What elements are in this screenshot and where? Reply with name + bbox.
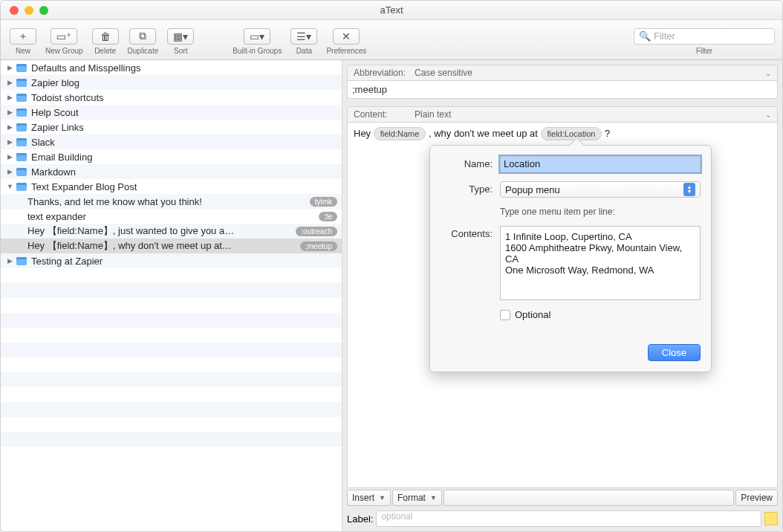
sort-icon: ▦▾: [173, 30, 188, 42]
popover-name-input[interactable]: Location: [500, 156, 701, 172]
abbr-badge: tylmk: [310, 197, 337, 207]
disclosure-triangle-icon: ▶: [7, 94, 13, 101]
popover-contents-textarea[interactable]: 1 Infinite Loop, Cupertino, CA 1600 Amph…: [500, 226, 701, 300]
popover-close-button[interactable]: Close: [648, 344, 701, 361]
list-item[interactable]: [1, 313, 342, 328]
content-mode: Plain text: [415, 109, 765, 120]
field-name-chip[interactable]: field:Name: [374, 127, 426, 140]
list-item[interactable]: ▶Todoist shortcuts: [1, 90, 342, 105]
stepper-icon: ▲▼: [683, 183, 695, 196]
list-item[interactable]: ▶Testing at Zapier: [1, 253, 342, 268]
window-title: aText: [1, 4, 782, 16]
list-item[interactable]: [1, 268, 342, 283]
folder-icon: [16, 257, 27, 265]
chevron-down-icon: ⌄: [765, 111, 771, 119]
abbrev-label: Abbreviation:: [354, 68, 415, 78]
new-group-label: New Group: [45, 47, 83, 55]
content-editor[interactable]: Hey field:Name , why don't we meet up at…: [347, 123, 778, 488]
list-item[interactable]: ▶Zapier blog: [1, 75, 342, 90]
disclosure-triangle-icon: ▶: [7, 258, 13, 265]
abbreviation-header[interactable]: Abbreviation: Case sensitive ⌄: [347, 65, 778, 81]
prefs-label: Preferences: [326, 47, 366, 55]
abbreviation-input[interactable]: ;meetup: [347, 81, 778, 99]
list-item[interactable]: [1, 432, 342, 447]
delete-button[interactable]: 🗑: [92, 28, 119, 45]
builtin-groups-button[interactable]: ▭▾: [244, 28, 270, 45]
format-menu[interactable]: Format▼: [392, 490, 442, 506]
insert-menu[interactable]: Insert▼: [347, 490, 391, 506]
list-item[interactable]: Hey 【field:Name】, just wanted to give yo…: [1, 224, 342, 239]
content-text-post: ?: [605, 128, 610, 139]
content-text-mid: , why don't we meet up at: [429, 128, 541, 139]
duplicate-icon: ⧉: [139, 30, 146, 42]
preferences-button[interactable]: ✕: [333, 28, 360, 45]
list-item[interactable]: ▼Text Expander Blog Post: [1, 179, 342, 194]
list-item[interactable]: Thanks, and let me know what you think!t…: [1, 194, 342, 209]
duplicate-button[interactable]: ⧉: [129, 28, 156, 45]
detail-pane: Abbreviation: Case sensitive ⌄ ;meetup C…: [342, 60, 782, 531]
folder-icon: [16, 123, 27, 132]
field-popover: Name: Location Type: Popup menu▲▼ Type o…: [429, 145, 712, 372]
folder-icon: [16, 79, 27, 87]
new-group-button[interactable]: ▭⁺: [51, 28, 77, 45]
filter-input[interactable]: 🔍Filter: [634, 28, 775, 45]
content-header[interactable]: Content: Plain text ⌄: [347, 106, 778, 123]
abbr-badge: ;outreach: [296, 227, 337, 236]
list-icon: ☰▾: [296, 30, 311, 42]
sidebar[interactable]: ▶Defaults and Misspellings▶Zapier blog▶T…: [1, 60, 342, 531]
content-label: Content:: [354, 109, 415, 120]
list-item[interactable]: [1, 387, 342, 402]
list-item[interactable]: [1, 283, 342, 298]
field-path[interactable]: [444, 490, 734, 506]
note-icon[interactable]: [764, 512, 779, 526]
preview-button[interactable]: Preview: [735, 490, 778, 506]
popover-optional-checkbox[interactable]: Optional: [500, 309, 701, 320]
list-item[interactable]: text expander;te: [1, 209, 342, 224]
plus-icon: ＋: [18, 30, 28, 43]
list-item[interactable]: Hey 【field:Name】, why don't we meet up a…: [1, 239, 342, 253]
data-label: Data: [296, 47, 312, 55]
toolbar: ＋New ▭⁺New Group 🗑Delete ⧉Duplicate ▦▾So…: [1, 20, 782, 60]
trash-icon: 🗑: [100, 30, 111, 42]
sort-button[interactable]: ▦▾: [167, 28, 194, 45]
format-label: Format: [397, 493, 426, 503]
content-text-pre: Hey: [354, 128, 374, 139]
caret-down-icon: ▼: [379, 494, 386, 502]
list-item[interactable]: [1, 343, 342, 357]
folder-icon: [16, 183, 27, 191]
list-item[interactable]: [1, 372, 342, 387]
list-item[interactable]: ▶Slack: [1, 134, 342, 149]
filter-placeholder: Filter: [654, 30, 675, 42]
popover-instructions: Type one menu item per line:: [500, 207, 701, 217]
folder-icon: [16, 108, 27, 117]
list-item[interactable]: [1, 417, 342, 432]
disclosure-triangle-icon: ▶: [7, 154, 13, 160]
popover-type-label: Type:: [441, 181, 493, 195]
list-item[interactable]: ▶Markdown: [1, 164, 342, 179]
new-button[interactable]: ＋: [10, 28, 36, 45]
disclosure-triangle-icon: ▶: [7, 139, 13, 146]
duplicate-label: Duplicate: [128, 47, 159, 55]
list-item[interactable]: [1, 402, 342, 417]
abbrev-mode: Case sensitive: [415, 68, 765, 78]
list-item[interactable]: ▶Help Scout: [1, 105, 342, 120]
list-item[interactable]: ▶Zapier Links: [1, 120, 342, 134]
list-item[interactable]: ▶Defaults and Misspellings: [1, 60, 342, 75]
folder-icon: [16, 168, 27, 176]
popover-type-select[interactable]: Popup menu▲▼: [500, 181, 701, 198]
filter-label: Filter: [696, 47, 712, 55]
disclosure-triangle-icon: ▶: [7, 124, 13, 131]
list-item[interactable]: [1, 328, 342, 343]
list-item[interactable]: ▶Email Building: [1, 149, 342, 164]
insert-label: Insert: [352, 493, 374, 503]
abbr-badge: ;meetup: [300, 241, 337, 251]
list-item[interactable]: [1, 357, 342, 372]
list-item[interactable]: [1, 298, 342, 313]
data-button[interactable]: ☰▾: [290, 28, 317, 45]
folder-icon: [16, 64, 27, 72]
field-location-chip[interactable]: field:Location: [541, 127, 602, 140]
folder-icon: [16, 138, 27, 146]
folder-icon: [16, 153, 27, 161]
disclosure-triangle-icon: ▼: [7, 184, 13, 190]
snippet-label-input[interactable]: optional: [376, 510, 761, 527]
